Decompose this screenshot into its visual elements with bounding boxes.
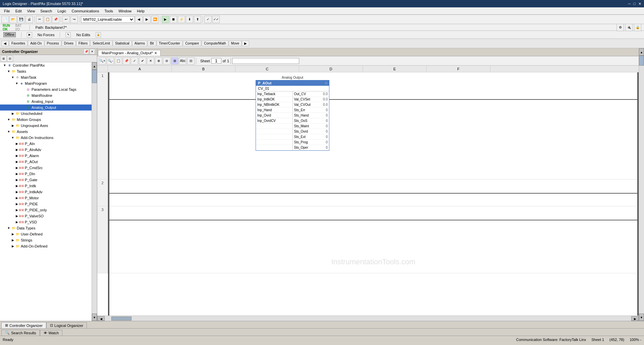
tree-p-alarm[interactable]: ▶⊞⊞P_Alarm — [0, 153, 92, 159]
path-btn2[interactable]: 🔌 — [625, 24, 633, 31]
tab-search-results[interactable]: 🔍 Search Results — [1, 330, 40, 336]
vscroll-down-btn[interactable]: ▼ — [639, 314, 644, 321]
tab-close-btn[interactable]: ✕ — [154, 51, 157, 55]
tree-p-vsd[interactable]: ▶⊞⊞P_VSD — [0, 219, 92, 225]
toggle-view-btn[interactable]: ⊞ — [171, 57, 178, 65]
cut-btn[interactable]: ✂ — [36, 16, 43, 23]
maximize-btn[interactable]: □ — [633, 2, 636, 6]
ladder-diagram[interactable]: A B C D E F 1 — [97, 66, 639, 316]
rung-tool-timercounter[interactable]: Timer/Counter — [157, 41, 183, 46]
cancel-rung-btn[interactable]: ✕ — [147, 57, 154, 65]
tree-p-intlk[interactable]: ▶⊞⊞P_Intlk — [0, 183, 92, 189]
tree-strings[interactable]: ▶📁Strings — [0, 237, 92, 243]
paste-btn[interactable]: 📌 — [52, 16, 59, 23]
h-scrollbar[interactable]: ◀ ▶ — [97, 316, 639, 321]
paste-rung-btn[interactable]: 📌 — [123, 57, 130, 65]
close-btn[interactable]: ✕ — [638, 2, 641, 6]
tree-p-motor[interactable]: ▶⊞⊞P_Motor — [0, 195, 92, 201]
path-btn3[interactable]: 🔒 — [634, 24, 641, 31]
forces-icon[interactable]: ▶ — [27, 32, 32, 38]
menu-help[interactable]: Help — [134, 8, 147, 14]
menu-search[interactable]: Search — [38, 8, 55, 14]
tree-p-din[interactable]: ▶⊞⊞P_DIn — [0, 171, 92, 177]
display-btn[interactable]: ⊟ — [187, 57, 195, 65]
menu-file[interactable]: File — [1, 8, 13, 14]
menu-window[interactable]: Window — [116, 8, 134, 14]
desc-btn[interactable]: Abc — [179, 57, 186, 65]
toggle-addon-instructions[interactable]: ▼ — [11, 136, 15, 140]
rung-tool-move[interactable]: Move — [229, 41, 241, 46]
undo-btn[interactable]: ↩ — [62, 16, 70, 23]
rung-tool-filters[interactable]: Filters — [76, 41, 90, 46]
sheet-number-input[interactable] — [211, 58, 221, 64]
organizer-vscroll[interactable]: ▲ ▼ — [92, 62, 97, 321]
rung-tool-selectlimit[interactable]: Select/Limit — [90, 41, 112, 46]
org-expand-btn[interactable]: ⊞ — [1, 56, 7, 62]
toggle-maintask[interactable]: ▼ — [11, 75, 15, 79]
tree-tasks[interactable]: ▼ 📁 Tasks — [0, 68, 92, 74]
search-rung-input[interactable] — [232, 58, 299, 64]
go-home-btn[interactable]: ⏩ — [151, 16, 159, 23]
toggle-unscheduled[interactable]: ▶ — [11, 112, 15, 116]
vscroll-up-btn[interactable]: ▲ — [639, 48, 644, 56]
tree-controller[interactable]: ▼ 🖥 Controller PlantPAx — [0, 62, 92, 68]
new-btn[interactable]: 📄 — [1, 16, 9, 23]
run-btn[interactable]: ▶ — [162, 16, 169, 23]
tree-addon-defined[interactable]: ▶📁Add-On-Defined — [0, 243, 92, 249]
tree-analog-output[interactable]: ⊞ Analog_Output — [0, 105, 92, 111]
org-collapse-btn[interactable]: ⊟ — [7, 56, 13, 62]
menu-logic[interactable]: Logic — [55, 8, 69, 14]
tree-user-defined[interactable]: ▶📁User-Defined — [0, 231, 92, 237]
tree-ungrouped-axes[interactable]: ▶ 📁 Ungrouped Axes — [0, 123, 92, 129]
organizer-pin[interactable]: 📌 — [84, 49, 89, 54]
open-btn[interactable]: 📂 — [9, 16, 17, 23]
insert-rung-btn[interactable]: ⊕ — [155, 57, 162, 65]
rung-tool-computemath[interactable]: Compute/Math — [202, 41, 228, 46]
stop-btn[interactable]: ⏹ — [170, 16, 177, 23]
vscroll-thumb[interactable] — [639, 56, 644, 66]
tab-logical-organizer[interactable]: ⊡ Logical Organizer — [46, 322, 87, 328]
path-btn1[interactable]: ⚙ — [616, 24, 624, 31]
verify-proj-btn[interactable]: ✓✓ — [212, 16, 220, 23]
toggle-controller[interactable]: ▼ — [3, 63, 7, 67]
tree-p-ainadv[interactable]: ▶⊞⊞P_AInAdv — [0, 147, 92, 153]
toggle-data-types[interactable]: ▼ — [7, 226, 11, 230]
rung-3-content[interactable]: InstrumentationTools.com — [108, 206, 639, 273]
menu-communications[interactable]: Communications — [69, 8, 102, 14]
copy-rung-btn[interactable]: 📋 — [115, 57, 122, 65]
tree-p-gate[interactable]: ▶⊞⊞P_Gate — [0, 177, 92, 183]
copy-btn[interactable]: 📋 — [44, 16, 51, 23]
tree-p-ain[interactable]: ▶⊞⊞P_AIn — [0, 141, 92, 147]
hscroll-thumb[interactable] — [111, 317, 131, 321]
tree-p-valveso[interactable]: ▶⊞⊞P_ValveSO — [0, 213, 92, 219]
toggle-assets[interactable]: ▼ — [7, 130, 11, 134]
rung-tool-drives[interactable]: Drives — [62, 41, 76, 46]
download-btn[interactable]: ⬇ — [186, 16, 193, 23]
hscroll-left-btn[interactable]: ◀ — [97, 316, 105, 321]
tree-mainprogram[interactable]: ▼ ◈ MainProgram — [0, 80, 92, 86]
rung-2-content[interactable] — [108, 180, 639, 206]
rung-tool-statistical[interactable]: Statistical — [113, 41, 132, 46]
verify-btn[interactable]: ✓ — [204, 16, 212, 23]
toggle-ungrouped[interactable]: ▶ — [11, 124, 15, 128]
tree-maintask[interactable]: ▼ ⚙ MainTask — [0, 74, 92, 80]
function-block-1[interactable]: Analog Output P_AOut □ CV_01 — [256, 76, 329, 151]
go-fwd-btn[interactable]: ▶ — [143, 16, 151, 23]
rung-tool-scroll-left[interactable]: ◀ — [1, 41, 9, 46]
hscroll-right-btn[interactable]: ▶ — [631, 316, 639, 321]
tree-data-types[interactable]: ▼ 📁 Data Types — [0, 225, 92, 231]
minimize-btn[interactable]: ─ — [628, 2, 631, 6]
edits-lock[interactable]: 🔒 — [96, 32, 101, 38]
tab-watch[interactable]: 👁 Watch — [40, 330, 63, 336]
upload-btn[interactable]: ⬆ — [194, 16, 201, 23]
rung-tool-compare[interactable]: Compare — [183, 41, 201, 46]
print-btn[interactable]: 🖨 — [25, 16, 33, 23]
tree-p-pide[interactable]: ▶⊞⊞P_PIDE — [0, 201, 92, 207]
tree-p-pide-only[interactable]: ▶⊞⊞P_PIDE_only — [0, 207, 92, 213]
redo-btn[interactable]: ↪ — [70, 16, 78, 23]
toggle-tasks[interactable]: ▼ — [7, 69, 11, 73]
verify-rung-btn[interactable]: ✓ — [131, 57, 138, 65]
tree-p-aout[interactable]: ▶⊞⊞P_AOut — [0, 159, 92, 165]
menu-tools[interactable]: Tools — [102, 8, 116, 14]
rung-tool-addon[interactable]: Add-On — [28, 41, 44, 46]
